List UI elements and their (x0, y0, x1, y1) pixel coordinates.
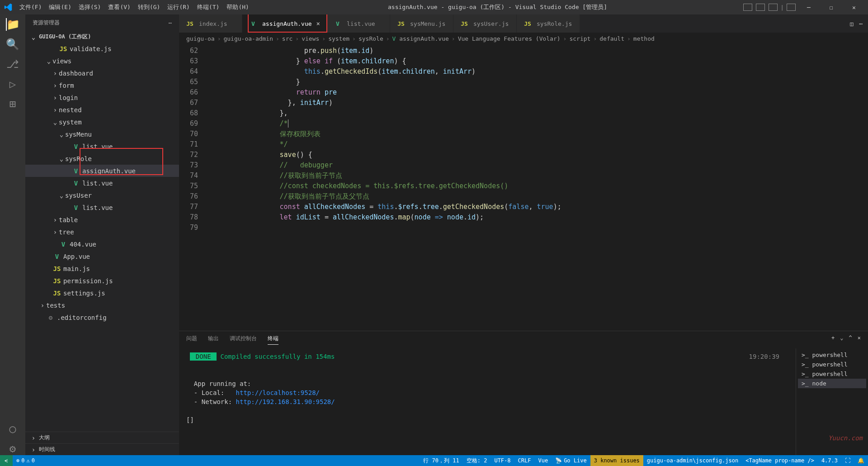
tree-item[interactable]: ⌄sysRole (25, 152, 179, 165)
breadcrumb-item[interactable]: system (328, 35, 349, 42)
panel-tab[interactable]: 问题 (186, 335, 197, 345)
new-terminal-icon[interactable]: + (831, 335, 835, 345)
status-encoding[interactable]: UTF-8 (491, 455, 514, 466)
menu-item[interactable]: 编辑(E) (45, 1, 75, 13)
editor-tab[interactable]: JSsysRole.js (517, 14, 580, 33)
breadcrumb-item[interactable]: V assignAuth.vue (392, 35, 449, 42)
menu-item[interactable]: 帮助(H) (223, 1, 252, 13)
status-version[interactable]: 4.7.3 (818, 455, 841, 466)
account-icon[interactable]: ◯ (6, 423, 19, 435)
breadcrumb[interactable]: guigu-oa›guigu-oa-admin›src›views›system… (179, 33, 868, 45)
tree-item[interactable]: ⚙.editorconfig (25, 311, 179, 323)
status-errors[interactable]: ⊗ 0 ⚠ 0 (13, 455, 38, 466)
status-issues[interactable]: 3 known issues (590, 455, 643, 466)
run-debug-icon[interactable]: ▷ (6, 78, 19, 90)
tree-item[interactable]: JSpermission.js (25, 275, 179, 287)
editor-tab[interactable]: JSsysMenu.js (390, 14, 453, 33)
breadcrumb-item[interactable]: sysRole (359, 35, 383, 42)
editor-tab[interactable]: VassignAuth.vue× (242, 14, 327, 33)
tree-item[interactable]: ›form (25, 79, 179, 91)
panel-tab[interactable]: 调试控制台 (230, 335, 257, 345)
tree-item[interactable]: ⌄views (25, 55, 179, 67)
tree-item[interactable]: ⌄system (25, 116, 179, 128)
editor-tab[interactable]: JSindex.js (179, 14, 242, 33)
workspace-title[interactable]: ⌄GUIGU-OA (工作区) (25, 31, 179, 43)
maximize-button[interactable]: ☐ (821, 0, 842, 14)
menu-item[interactable]: 运行(R) (164, 1, 193, 13)
tree-item[interactable]: ›nested (25, 104, 179, 116)
status-jsconfig[interactable]: guigu-oa-admin\jsconfig.json (643, 455, 742, 466)
split-icon[interactable]: ◫ (850, 20, 854, 27)
menu-item[interactable]: 文件(F) (16, 1, 45, 13)
tree-item[interactable]: ⌄sysUser (25, 189, 179, 201)
tree-item[interactable]: JSvalidate.js (25, 43, 179, 55)
tree-item[interactable]: Vlist.vue (25, 140, 179, 152)
tree-item[interactable]: ›tests (25, 299, 179, 311)
code-content[interactable]: pre.push(item.id) } else if (item.childr… (206, 45, 823, 331)
tree-item[interactable]: V404.vue (25, 238, 179, 250)
editor-tab[interactable]: JSsysUser.js (453, 14, 517, 33)
remote-indicator[interactable]: ⪪ (0, 455, 13, 466)
tree-item[interactable]: Vlist.vue (25, 201, 179, 214)
status-tag[interactable]: <TagName prop-name /> (742, 455, 818, 466)
tree-item[interactable]: VApp.vue (25, 250, 179, 262)
tree-item[interactable]: ›dashboard (25, 67, 179, 79)
status-spaces[interactable]: 空格: 2 (463, 455, 491, 466)
breadcrumb-item[interactable]: Vue Language Features (Volar) (458, 35, 561, 42)
status-cursor-pos[interactable]: 行 70，列 11 (420, 455, 462, 466)
terminal-instance[interactable]: >_ node (798, 379, 866, 388)
tree-item[interactable]: ›tree (25, 226, 179, 238)
settings-gear-icon[interactable]: ⚙ (6, 442, 19, 455)
explorer-icon[interactable]: 📁 (6, 18, 19, 31)
search-icon[interactable]: 🔍 (6, 38, 19, 51)
tree-item[interactable]: VassignAuth.vue (25, 165, 179, 177)
layout-icon[interactable] (769, 4, 778, 11)
tree-item[interactable]: ›login (25, 91, 179, 104)
menu-item[interactable]: 选择(S) (75, 1, 104, 13)
breadcrumb-item[interactable]: method (633, 35, 655, 42)
status-golive[interactable]: 📡 Go Live (552, 455, 590, 466)
status-feedback-icon[interactable]: ⛶ (841, 455, 854, 466)
tree-item[interactable]: JSsettings.js (25, 287, 179, 299)
panel-tab[interactable]: 输出 (208, 335, 219, 345)
status-eol[interactable]: CRLF (514, 455, 535, 466)
breadcrumb-item[interactable]: views (302, 35, 319, 42)
outline-section[interactable]: ›大纲 (25, 432, 179, 443)
source-control-icon[interactable]: ⎇ (6, 58, 19, 71)
chevron-down-icon[interactable]: ⌄ (840, 335, 843, 345)
tree-item[interactable]: Vlist.vue (25, 177, 179, 189)
tree-item[interactable]: JSmain.js (25, 262, 179, 275)
breadcrumb-item[interactable]: script (569, 35, 590, 42)
terminal-instance[interactable]: >_ powershell (798, 369, 866, 379)
more-icon[interactable]: ⋯ (859, 20, 863, 27)
timeline-section[interactable]: ›时间线 (25, 443, 179, 455)
layout-icon[interactable] (743, 4, 752, 11)
panel-tab[interactable]: 终端 (268, 335, 278, 345)
tree-item[interactable]: ⌄sysMenu (25, 128, 179, 140)
more-icon[interactable]: ⋯ (169, 20, 172, 26)
layout-icon[interactable] (756, 4, 765, 11)
status-lang[interactable]: Vue (534, 455, 552, 466)
layout-icon[interactable] (787, 4, 796, 11)
menu-item[interactable]: 终端(T) (193, 1, 223, 13)
menu-item[interactable]: 转到(G) (134, 1, 164, 13)
tree-item[interactable]: ›table (25, 214, 179, 226)
minimize-button[interactable]: ─ (798, 0, 819, 14)
terminal-output[interactable]: DONE Compiled successfully in 154ms19:20… (179, 348, 796, 455)
maximize-panel-icon[interactable]: ^ (849, 335, 852, 345)
code-editor[interactable]: 626364656667686970717273747576777879 pre… (179, 45, 868, 331)
menu-item[interactable]: 查看(V) (104, 1, 134, 13)
extensions-icon[interactable]: ⊞ (6, 98, 19, 110)
terminal-instance[interactable]: >_ powershell (798, 360, 866, 369)
close-button[interactable]: ✕ (844, 0, 864, 14)
status-bell-icon[interactable]: 🔔 (854, 455, 868, 466)
minimap[interactable] (823, 45, 868, 331)
breadcrumb-item[interactable]: guigu-oa-admin (223, 35, 273, 42)
breadcrumb-item[interactable]: default (599, 35, 624, 42)
breadcrumb-item[interactable]: guigu-oa (186, 35, 215, 42)
breadcrumb-item[interactable]: src (282, 35, 292, 42)
terminal-instance[interactable]: >_ powershell (798, 350, 866, 360)
editor-tab[interactable]: Vlist.vue (327, 14, 390, 33)
close-icon[interactable]: × (316, 20, 320, 27)
close-panel-icon[interactable]: × (858, 335, 861, 345)
